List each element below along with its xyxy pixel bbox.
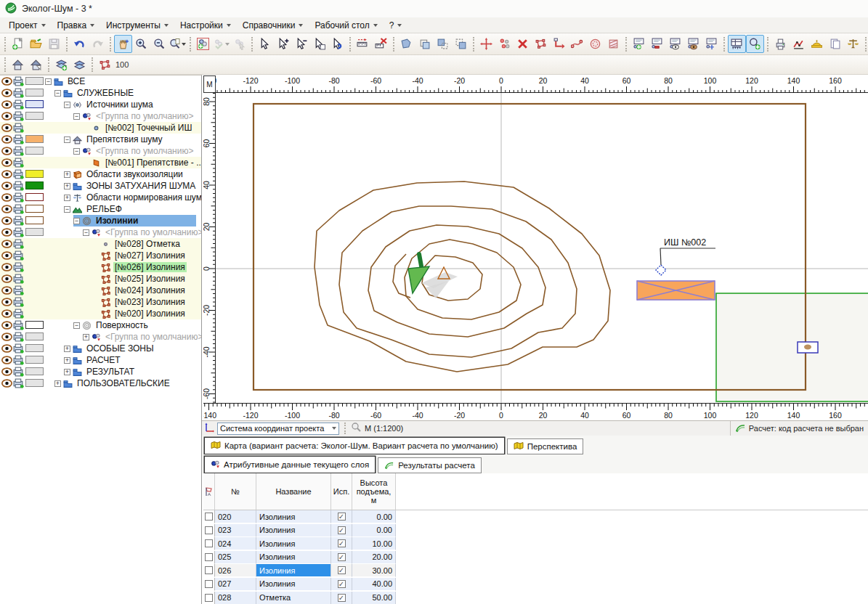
tree-expander[interactable]: − (73, 113, 80, 120)
tree-item-label[interactable]: Изолинии (94, 216, 139, 226)
row-checkbox[interactable] (205, 580, 213, 588)
tree-item-label[interactable]: [№023] Изолиния (113, 297, 187, 307)
print-layer-icon[interactable] (13, 181, 24, 191)
layer-color-swatch[interactable] (25, 89, 44, 97)
used-checkbox[interactable]: ✓ (338, 566, 346, 574)
visibility-eye-icon[interactable] (1, 112, 12, 121)
surfaces-icon[interactable] (70, 56, 89, 74)
open-project-icon[interactable] (27, 35, 45, 53)
tree-item-label[interactable]: [№024] Изолиния (113, 285, 187, 295)
select-cursor-icon[interactable] (256, 35, 274, 53)
visibility-eye-icon[interactable] (1, 298, 12, 306)
tree-expander[interactable]: − (64, 206, 70, 213)
edit-contour-icon[interactable] (532, 35, 550, 53)
visibility-eye-icon[interactable] (1, 379, 12, 388)
visibility-eye-icon[interactable] (1, 100, 12, 109)
tree-row[interactable]: +Области звукоизоляции (0, 168, 202, 180)
visibility-eye-icon[interactable] (1, 147, 12, 155)
tree-row[interactable]: +Области нормирования шума (0, 192, 202, 203)
column-header[interactable]: Исп. (331, 473, 352, 510)
tree-row[interactable]: [№002] Точечный ИШ (0, 122, 202, 134)
used-checkbox[interactable]: ✓ (338, 513, 346, 521)
layer-color-swatch[interactable] (25, 228, 44, 236)
tree-row[interactable]: [№024] Изолиния (0, 285, 202, 296)
print-layer-icon[interactable] (13, 274, 24, 284)
tree-item-label[interactable]: [№027] Изолиния (113, 250, 187, 261)
print-layer-icon[interactable] (13, 111, 24, 121)
tree-expander[interactable]: − (83, 229, 89, 236)
print-layer-icon[interactable] (13, 320, 24, 330)
print-layer-icon[interactable] (13, 250, 24, 261)
print-layer-icon[interactable] (13, 88, 24, 98)
tree-row[interactable]: −ВСЕ (0, 76, 202, 87)
tree-expander[interactable]: − (73, 218, 80, 224)
visibility-eye-icon[interactable] (1, 170, 12, 179)
visibility-eye-icon[interactable] (1, 123, 12, 132)
print-layer-icon[interactable] (13, 192, 24, 203)
tree-expander[interactable]: + (64, 357, 70, 364)
obstacle-object[interactable] (637, 281, 715, 300)
calc-zone-rect[interactable] (716, 293, 868, 401)
undo-icon[interactable] (70, 35, 89, 53)
layer-color-swatch[interactable] (25, 112, 44, 120)
tree-expander[interactable]: − (73, 148, 80, 155)
spline-icon[interactable] (568, 35, 586, 53)
visibility-eye-icon[interactable] (1, 344, 12, 353)
poly-xor-icon[interactable] (452, 35, 470, 53)
print-layer-icon[interactable] (13, 355, 24, 365)
print-layer-icon[interactable] (13, 343, 24, 354)
print-layer-icon[interactable] (13, 309, 24, 319)
tree-expander[interactable]: + (54, 380, 61, 387)
zoom-in-icon[interactable] (132, 35, 150, 53)
print-layer-icon[interactable] (13, 169, 24, 179)
print-layer-icon[interactable] (13, 332, 24, 342)
tree-expander[interactable]: + (64, 346, 70, 352)
view-tab-0[interactable]: Карта (вариант расчета: Эколог-Шум. Вари… (204, 437, 505, 454)
layer-color-swatch[interactable] (25, 135, 44, 143)
home-alt-icon[interactable] (27, 56, 45, 74)
tree-item-label[interactable]: ВСЕ (66, 76, 86, 86)
tree-item-label[interactable]: РЕЗУЛЬТАТ (85, 367, 136, 377)
name-cell[interactable]: Изолиния (256, 564, 331, 577)
name-cell[interactable]: Отметка (256, 592, 331, 604)
used-checkbox[interactable]: ✓ (338, 553, 346, 561)
row-checkbox[interactable] (205, 566, 213, 574)
tree-row[interactable]: −СЛУЖЕБНЫЕ (0, 87, 202, 99)
tree-item-label[interactable]: [№001] Препятствие - ... (104, 158, 202, 168)
row-checkbox[interactable] (205, 553, 213, 561)
visibility-eye-icon[interactable] (1, 228, 12, 237)
add-node-icon[interactable] (630, 35, 648, 53)
tree-item-label[interactable]: Препятствия шуму (85, 134, 164, 144)
print-layer-icon[interactable] (13, 297, 24, 307)
tree-row[interactable]: [№023] Изолиния (0, 296, 202, 308)
visibility-eye-icon[interactable] (1, 263, 12, 272)
clear-measure-icon[interactable] (372, 35, 390, 53)
layer-color-swatch[interactable] (25, 332, 44, 340)
normative-icon[interactable] (844, 35, 862, 53)
tree-item-label[interactable]: [№025] Изолиния (113, 274, 187, 284)
visibility-eye-icon[interactable] (1, 216, 12, 225)
visibility-eye-icon[interactable] (1, 89, 12, 97)
view-tab-1[interactable]: Перспектива (507, 438, 584, 454)
table-row[interactable]: 028Отметка✓50.00 (203, 592, 868, 604)
print-layer-icon[interactable] (13, 123, 24, 133)
height-cell[interactable]: 30.00 (352, 564, 396, 577)
tree-item-label[interactable]: <Группа по умолчанию> (104, 227, 202, 237)
source-diamond-marker[interactable] (656, 265, 666, 275)
add-to-selection-icon[interactable] (274, 35, 292, 53)
poly-subtract-icon[interactable] (434, 35, 452, 53)
tree-row[interactable]: [№001] Препятствие - ... (0, 157, 202, 168)
print-layer-icon[interactable] (13, 146, 24, 156)
new-project-icon[interactable] (9, 35, 27, 53)
poly-union-icon[interactable] (397, 35, 415, 53)
print-layer-icon[interactable] (13, 239, 24, 249)
visibility-eye-icon[interactable] (1, 205, 12, 213)
tree-item-label[interactable]: ПОЛЬЗОВАТЕЛЬСКИЕ (76, 378, 171, 388)
print-layer-icon[interactable] (13, 227, 24, 237)
profile-icon[interactable] (790, 35, 808, 53)
height-cell[interactable]: 0.00 (352, 524, 396, 537)
layer-color-swatch[interactable] (25, 170, 44, 178)
menu-item-проект[interactable]: Проект (3, 19, 52, 32)
print-layer-icon[interactable] (13, 99, 24, 110)
table-row[interactable]: 024Изолиния✓10.00 (203, 537, 868, 550)
